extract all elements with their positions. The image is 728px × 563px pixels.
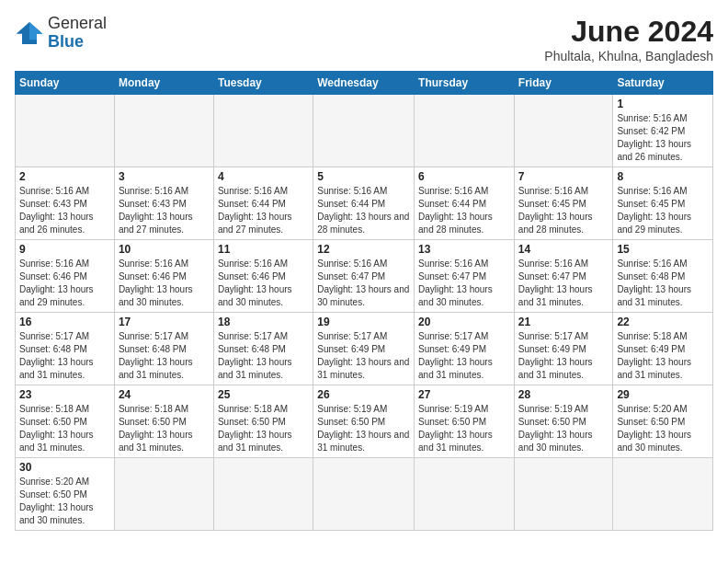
calendar-cell: 4Sunrise: 5:16 AM Sunset: 6:44 PM Daylig…: [213, 167, 313, 240]
calendar-cell: 10Sunrise: 5:16 AM Sunset: 6:46 PM Dayli…: [114, 240, 213, 313]
day-number: 12: [317, 243, 410, 256]
day-info: Sunrise: 5:16 AM Sunset: 6:48 PM Dayligh…: [617, 258, 709, 309]
day-info: Sunrise: 5:17 AM Sunset: 6:49 PM Dayligh…: [518, 330, 609, 382]
day-number: 30: [19, 461, 110, 474]
day-number: 19: [317, 316, 410, 328]
calendar-cell: 23Sunrise: 5:18 AM Sunset: 6:50 PM Dayli…: [16, 385, 115, 458]
calendar-subtitle: Phultala, Khulna, Bangladesh: [544, 49, 713, 63]
logo: General Blue: [15, 15, 107, 52]
calendar-cell: 26Sunrise: 5:19 AM Sunset: 6:50 PM Dayli…: [313, 385, 415, 458]
page-header: General Blue June 2024 Phultala, Khulna,…: [15, 15, 713, 63]
day-number: 3: [119, 170, 210, 183]
day-number: 15: [617, 243, 709, 256]
day-info: Sunrise: 5:16 AM Sunset: 6:44 PM Dayligh…: [317, 185, 410, 236]
day-number: 14: [518, 243, 609, 256]
calendar-title-area: June 2024 Phultala, Khulna, Bangladesh: [544, 15, 713, 63]
day-number: 23: [19, 388, 110, 401]
calendar-cell: 25Sunrise: 5:18 AM Sunset: 6:50 PM Dayli…: [213, 385, 313, 458]
calendar-cell: [213, 458, 313, 531]
day-info: Sunrise: 5:18 AM Sunset: 6:50 PM Dayligh…: [218, 403, 309, 454]
calendar-cell: 7Sunrise: 5:16 AM Sunset: 6:45 PM Daylig…: [514, 167, 613, 240]
header-friday: Friday: [514, 72, 613, 95]
header-wednesday: Wednesday: [313, 72, 415, 95]
day-number: 5: [317, 170, 410, 183]
day-info: Sunrise: 5:16 AM Sunset: 6:46 PM Dayligh…: [19, 258, 110, 309]
calendar-cell: 20Sunrise: 5:17 AM Sunset: 6:49 PM Dayli…: [415, 313, 515, 385]
day-number: 16: [19, 316, 110, 328]
calendar-cell: [514, 458, 613, 531]
calendar-cell: 1Sunrise: 5:16 AM Sunset: 6:42 PM Daylig…: [613, 95, 713, 167]
day-info: Sunrise: 5:16 AM Sunset: 6:43 PM Dayligh…: [19, 185, 110, 236]
day-number: 25: [218, 388, 309, 401]
day-info: Sunrise: 5:17 AM Sunset: 6:48 PM Dayligh…: [218, 330, 309, 382]
day-info: Sunrise: 5:16 AM Sunset: 6:47 PM Dayligh…: [418, 258, 510, 309]
calendar-cell: [514, 95, 613, 167]
day-number: 10: [119, 243, 210, 256]
day-number: 2: [19, 170, 110, 183]
header-tuesday: Tuesday: [213, 72, 313, 95]
calendar-cell: 11Sunrise: 5:16 AM Sunset: 6:46 PM Dayli…: [213, 240, 313, 313]
day-number: 28: [518, 388, 609, 401]
day-info: Sunrise: 5:16 AM Sunset: 6:43 PM Dayligh…: [119, 185, 210, 236]
calendar-week-row: 16Sunrise: 5:17 AM Sunset: 6:48 PM Dayli…: [16, 313, 713, 385]
calendar-title: June 2024: [544, 15, 713, 49]
calendar-cell: [114, 95, 213, 167]
header-monday: Monday: [114, 72, 213, 95]
day-number: 20: [418, 316, 510, 328]
day-info: Sunrise: 5:17 AM Sunset: 6:48 PM Dayligh…: [19, 330, 110, 382]
day-info: Sunrise: 5:17 AM Sunset: 6:49 PM Dayligh…: [418, 330, 510, 382]
calendar-cell: [114, 458, 213, 531]
day-number: 13: [418, 243, 510, 256]
day-info: Sunrise: 5:16 AM Sunset: 6:47 PM Dayligh…: [317, 258, 410, 309]
calendar-cell: [415, 458, 515, 531]
calendar-cell: 22Sunrise: 5:18 AM Sunset: 6:49 PM Dayli…: [613, 313, 713, 385]
day-info: Sunrise: 5:17 AM Sunset: 6:48 PM Dayligh…: [119, 330, 210, 382]
calendar-table: SundayMondayTuesdayWednesdayThursdayFrid…: [15, 71, 713, 531]
day-info: Sunrise: 5:16 AM Sunset: 6:47 PM Dayligh…: [518, 258, 609, 309]
calendar-header-row: SundayMondayTuesdayWednesdayThursdayFrid…: [16, 72, 713, 95]
day-number: 4: [218, 170, 309, 183]
calendar-cell: 13Sunrise: 5:16 AM Sunset: 6:47 PM Dayli…: [415, 240, 515, 313]
calendar-cell: 14Sunrise: 5:16 AM Sunset: 6:47 PM Dayli…: [514, 240, 613, 313]
day-number: 7: [518, 170, 609, 183]
day-number: 6: [418, 170, 510, 183]
header-saturday: Saturday: [613, 72, 713, 95]
logo-text: General Blue: [48, 15, 107, 52]
calendar-cell: 29Sunrise: 5:20 AM Sunset: 6:50 PM Dayli…: [613, 385, 713, 458]
day-info: Sunrise: 5:16 AM Sunset: 6:45 PM Dayligh…: [518, 185, 609, 236]
calendar-cell: 27Sunrise: 5:19 AM Sunset: 6:50 PM Dayli…: [415, 385, 515, 458]
calendar-cell: 19Sunrise: 5:17 AM Sunset: 6:49 PM Dayli…: [313, 313, 415, 385]
calendar-cell: [313, 458, 415, 531]
day-number: 21: [518, 316, 609, 328]
day-info: Sunrise: 5:18 AM Sunset: 6:50 PM Dayligh…: [19, 403, 110, 454]
header-sunday: Sunday: [16, 72, 115, 95]
day-number: 26: [317, 388, 410, 401]
calendar-cell: 16Sunrise: 5:17 AM Sunset: 6:48 PM Dayli…: [16, 313, 115, 385]
calendar-cell: 8Sunrise: 5:16 AM Sunset: 6:45 PM Daylig…: [613, 167, 713, 240]
logo-icon: [15, 20, 44, 46]
calendar-cell: 6Sunrise: 5:16 AM Sunset: 6:44 PM Daylig…: [415, 167, 515, 240]
day-info: Sunrise: 5:16 AM Sunset: 6:45 PM Dayligh…: [617, 185, 709, 236]
day-info: Sunrise: 5:16 AM Sunset: 6:42 PM Dayligh…: [617, 112, 709, 164]
day-info: Sunrise: 5:19 AM Sunset: 6:50 PM Dayligh…: [317, 403, 410, 454]
day-number: 11: [218, 243, 309, 256]
calendar-cell: [415, 95, 515, 167]
calendar-cell: [16, 95, 115, 167]
day-number: 29: [617, 388, 709, 401]
calendar-cell: 21Sunrise: 5:17 AM Sunset: 6:49 PM Dayli…: [514, 313, 613, 385]
day-info: Sunrise: 5:17 AM Sunset: 6:49 PM Dayligh…: [317, 330, 410, 382]
calendar-cell: [313, 95, 415, 167]
day-number: 24: [119, 388, 210, 401]
calendar-cell: 5Sunrise: 5:16 AM Sunset: 6:44 PM Daylig…: [313, 167, 415, 240]
calendar-cell: [613, 458, 713, 531]
day-number: 22: [617, 316, 709, 328]
day-info: Sunrise: 5:20 AM Sunset: 6:50 PM Dayligh…: [19, 476, 110, 527]
day-number: 8: [617, 170, 709, 183]
day-info: Sunrise: 5:20 AM Sunset: 6:50 PM Dayligh…: [617, 403, 709, 454]
day-number: 27: [418, 388, 510, 401]
calendar-cell: 15Sunrise: 5:16 AM Sunset: 6:48 PM Dayli…: [613, 240, 713, 313]
day-number: 9: [19, 243, 110, 256]
day-number: 18: [218, 316, 309, 328]
calendar-week-row: 2Sunrise: 5:16 AM Sunset: 6:43 PM Daylig…: [16, 167, 713, 240]
calendar-week-row: 1Sunrise: 5:16 AM Sunset: 6:42 PM Daylig…: [16, 95, 713, 167]
